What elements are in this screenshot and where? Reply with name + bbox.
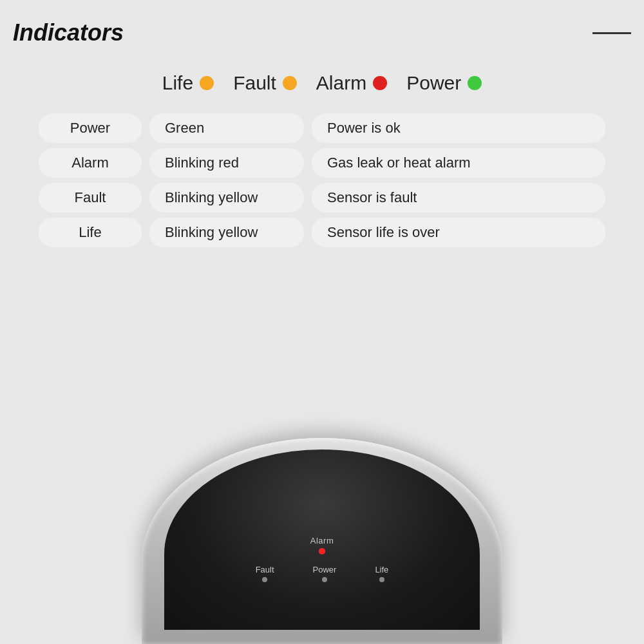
legend-label-fault: Fault xyxy=(233,72,276,94)
legend-item-life: Life xyxy=(162,72,214,94)
row2-col3: Sensor is fault xyxy=(312,183,605,213)
row3-col1: Life xyxy=(39,218,142,247)
row1-col2: Blinking red xyxy=(149,148,304,178)
bottom-indicators-row: Fault Power Life xyxy=(256,565,389,582)
legend-label-power: Power xyxy=(406,72,461,94)
row0-col2: Green xyxy=(149,113,304,143)
page-title: Indicators xyxy=(13,19,124,46)
legend-row: Life Fault Alarm Power xyxy=(0,72,644,94)
power-indicator-label: Power xyxy=(313,565,337,574)
row1-col3: Gas leak or heat alarm xyxy=(312,148,605,178)
row3-col2: Blinking yellow xyxy=(149,218,304,247)
row0-col3: Power is ok xyxy=(312,113,605,143)
table-row-0: Power Green Power is ok xyxy=(39,113,605,143)
alarm-dot xyxy=(373,76,387,90)
device-outer-ring: Alarm Fault Power Life xyxy=(142,438,502,644)
indicators-table: Power Green Power is ok Alarm Blinking r… xyxy=(39,113,605,247)
header-line xyxy=(592,32,631,34)
power-indicator-dot xyxy=(322,577,327,582)
alarm-indicator-label: Alarm xyxy=(310,536,334,545)
legend-label-alarm: Alarm xyxy=(316,72,366,94)
legend-item-power: Power xyxy=(406,72,482,94)
legend-item-alarm: Alarm xyxy=(316,72,387,94)
row0-col1: Power xyxy=(39,113,142,143)
fault-indicator: Fault xyxy=(256,565,274,582)
alarm-indicator-dot xyxy=(319,548,325,554)
life-dot xyxy=(200,76,214,90)
legend-label-life: Life xyxy=(162,72,193,94)
power-dot xyxy=(468,76,482,90)
row2-col1: Fault xyxy=(39,183,142,213)
legend-item-fault: Fault xyxy=(233,72,297,94)
alarm-indicator-group: Alarm xyxy=(310,536,334,554)
row1-col1: Alarm xyxy=(39,148,142,178)
table-row-1: Alarm Blinking red Gas leak or heat alar… xyxy=(39,148,605,178)
device-illustration: Alarm Fault Power Life xyxy=(129,399,515,644)
fault-dot xyxy=(283,76,297,90)
device-indicators: Alarm Fault Power Life xyxy=(256,536,389,582)
life-indicator-label: Life xyxy=(375,565,388,574)
table-row-3: Life Blinking yellow Sensor life is over xyxy=(39,218,605,247)
fault-indicator-dot xyxy=(262,577,267,582)
life-indicator: Life xyxy=(375,565,388,582)
page-container: Indicators Life Fault Alarm Power Power … xyxy=(0,0,644,644)
table-row-2: Fault Blinking yellow Sensor is fault xyxy=(39,183,605,213)
header: Indicators xyxy=(0,0,644,53)
row2-col2: Blinking yellow xyxy=(149,183,304,213)
life-indicator-dot xyxy=(379,577,384,582)
row3-col3: Sensor life is over xyxy=(312,218,605,247)
device-inner-body: Alarm Fault Power Life xyxy=(164,450,480,630)
fault-indicator-label: Fault xyxy=(256,565,274,574)
power-indicator: Power xyxy=(313,565,337,582)
